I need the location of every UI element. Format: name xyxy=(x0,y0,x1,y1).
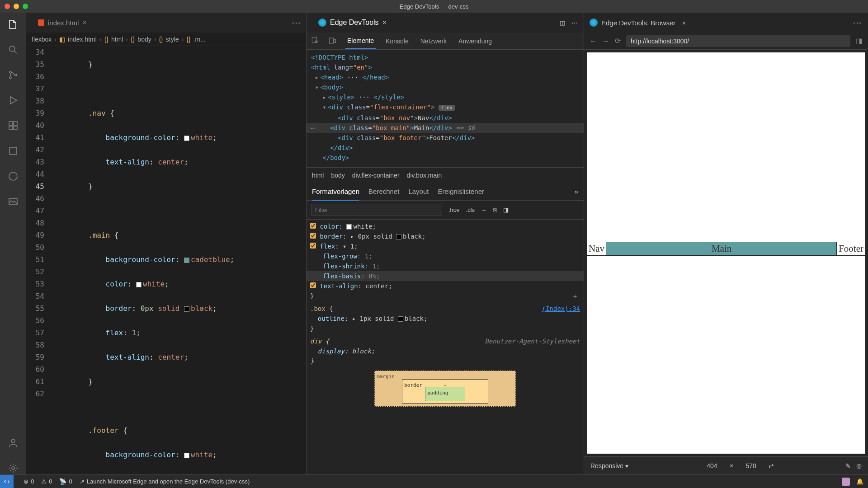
bc-style[interactable]: style xyxy=(166,36,179,43)
tools-icon[interactable] xyxy=(7,145,19,157)
bc-folder[interactable]: flexbox xyxy=(32,36,52,43)
add-prop-icon[interactable]: ＋ xyxy=(572,291,578,301)
devtools-editor-tabs: Edge DevTools × ◫ ⋯ xyxy=(307,13,584,33)
settings-icon[interactable] xyxy=(7,462,19,474)
devtools-tab[interactable]: Edge DevTools × xyxy=(312,13,393,33)
forward-icon[interactable]: → xyxy=(602,37,609,45)
source-link[interactable]: (Index):34 xyxy=(542,304,580,314)
breadcrumb[interactable]: flexbox› ◧index.html› {}html› {}body› {}… xyxy=(26,33,306,46)
edge-icon[interactable] xyxy=(7,170,19,183)
svg-rect-6 xyxy=(9,126,13,130)
application-tab[interactable]: Anwendung xyxy=(457,38,494,45)
viewport-width[interactable] xyxy=(700,462,724,469)
device-toggle-icon[interactable] xyxy=(328,37,337,46)
prop-toggle[interactable] xyxy=(310,282,316,288)
svg-rect-7 xyxy=(14,126,17,130)
debug-icon[interactable] xyxy=(7,94,19,107)
account-icon[interactable] xyxy=(7,436,19,449)
svg-point-12 xyxy=(12,467,14,469)
code-editor[interactable]: 3435363738394041424344454647484950515253… xyxy=(26,46,306,474)
maximize-window-button[interactable] xyxy=(23,4,28,9)
selected-dom-node[interactable]: ⋯ <div class="box main">Main</div> == $0 xyxy=(307,123,584,133)
remote-indicator[interactable] xyxy=(0,475,14,488)
dom-tree[interactable]: <!DOCTYPE html> <html lang="en"> ▸<head>… xyxy=(307,50,584,167)
box-model-diagram[interactable]: margin- border- padding- xyxy=(310,366,580,407)
styles-icon[interactable]: ⎘ xyxy=(493,206,497,213)
cls-button[interactable]: .cls xyxy=(466,206,475,213)
more-tabs-icon[interactable]: » xyxy=(575,188,578,195)
html-file-icon xyxy=(38,19,44,26)
browser-tab[interactable]: Edge DevTools: Browser × xyxy=(590,19,686,27)
rotate-icon[interactable]: ⇄ xyxy=(769,462,774,469)
layout-tab[interactable]: Layout xyxy=(408,188,429,195)
console-tab[interactable]: Konsole xyxy=(384,38,410,45)
address-bar[interactable]: http://localhost:3000/ xyxy=(626,35,850,47)
ua-stylesheet-label: Benutzer-Agent-Stylesheet xyxy=(485,336,580,346)
viewport-height[interactable] xyxy=(739,462,763,469)
notifications-icon[interactable]: 🔔 xyxy=(856,478,863,485)
listeners-tab[interactable]: Ereignislistener xyxy=(438,188,484,195)
reload-icon[interactable]: ⟳ xyxy=(615,37,621,45)
window-controls xyxy=(5,4,28,9)
editor-tab-overflow[interactable]: ⋯ xyxy=(292,17,306,28)
file-tab[interactable]: index.html × xyxy=(32,13,93,33)
prop-toggle[interactable] xyxy=(310,243,316,249)
editor-overflow-icon[interactable]: ⋯ xyxy=(571,19,577,26)
close-tab-icon[interactable]: × xyxy=(82,19,86,27)
search-icon[interactable] xyxy=(7,43,19,56)
bc-file-icon: ◧ xyxy=(59,36,65,43)
network-tab[interactable]: Netzwerk xyxy=(419,38,448,45)
tab-label: index.html xyxy=(48,19,79,27)
bc-file[interactable]: index.html xyxy=(68,36,97,43)
svg-point-3 xyxy=(15,74,17,76)
panel-toggle-icon[interactable]: ◨ xyxy=(503,206,509,213)
launch-edge-button[interactable]: ↗ Launch Microsoft Edge and open the Edg… xyxy=(80,478,250,485)
styles-tab[interactable]: Formatvorlagen xyxy=(312,188,359,201)
bc-brackets-icon: {} xyxy=(159,36,163,43)
prop-toggle[interactable] xyxy=(310,233,316,239)
device-selector[interactable]: Responsive ▾ xyxy=(590,462,628,469)
elements-tab[interactable]: Elemente xyxy=(345,37,376,49)
device-toolbar: Responsive ▾ × ⇄ ✎ ◎ xyxy=(584,456,868,474)
minimize-window-button[interactable] xyxy=(14,4,19,9)
close-window-button[interactable] xyxy=(5,4,10,9)
scm-icon[interactable] xyxy=(7,69,19,81)
code-content[interactable]: } .nav { background-color: white; text-a… xyxy=(53,46,306,474)
ports-count[interactable]: 📡 0 xyxy=(59,478,72,485)
explorer-icon[interactable] xyxy=(7,18,19,31)
computed-tab[interactable]: Berechnet xyxy=(368,188,399,195)
styles-filter-input[interactable] xyxy=(311,204,442,216)
back-icon[interactable]: ← xyxy=(590,37,597,45)
crumb-box-main[interactable]: div.box.main xyxy=(407,172,442,179)
bc-body[interactable]: body xyxy=(137,36,151,43)
dom-breadcrumb[interactable]: html body div.flex-container div.box.mai… xyxy=(307,167,584,183)
images-icon[interactable] xyxy=(7,195,19,208)
statusbar: ⊗ 0 ⚠ 0 📡 0 ↗ Launch Microsoft Edge and … xyxy=(0,474,868,488)
bc-html[interactable]: html xyxy=(111,36,123,43)
new-rule-icon[interactable]: ＋ xyxy=(481,206,487,214)
styles-panel[interactable]: color: white; border: ▸ 0px solid black;… xyxy=(307,220,584,474)
bc-main[interactable]: .m... xyxy=(193,36,206,43)
browser-tab-overflow[interactable]: ⋯ xyxy=(853,17,868,28)
browser-viewport[interactable]: Nav Main Footer xyxy=(587,52,865,454)
crumb-body[interactable]: body xyxy=(331,172,344,179)
extensions-icon[interactable] xyxy=(7,119,19,132)
crumb-flex-container[interactable]: div.flex-container xyxy=(352,172,400,179)
emulation-icon[interactable]: ◎ xyxy=(856,462,862,469)
svg-rect-15 xyxy=(334,39,336,43)
titlebar: Edge DevTools — dev-css xyxy=(0,0,868,13)
screenshot-icon[interactable]: ✎ xyxy=(845,462,851,469)
inspect-element-icon[interactable] xyxy=(311,37,320,46)
devtools-toggle-icon[interactable]: ◨ xyxy=(856,37,863,45)
errors-count[interactable]: ⊗ 0 xyxy=(24,478,34,485)
warnings-count[interactable]: ⚠ 0 xyxy=(41,478,52,485)
prettier-status[interactable] xyxy=(842,478,850,486)
close-tab-icon[interactable]: × xyxy=(682,19,686,27)
browser-tabbar: Edge DevTools: Browser × ⋯ xyxy=(584,13,868,33)
close-tab-icon[interactable]: × xyxy=(382,19,387,27)
hov-button[interactable]: :hov xyxy=(448,206,460,213)
split-editor-icon[interactable]: ◫ xyxy=(560,19,565,26)
prop-toggle[interactable] xyxy=(310,223,316,229)
crumb-html[interactable]: html xyxy=(312,172,324,179)
svg-rect-13 xyxy=(312,38,317,42)
